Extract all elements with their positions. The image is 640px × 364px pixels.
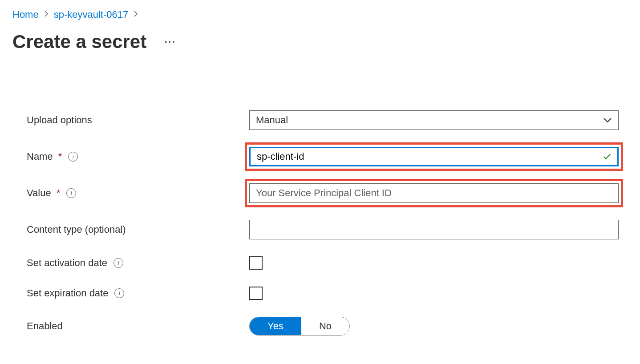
- expiration-date-row: Set expiration date i: [27, 287, 628, 300]
- page-title: Create a secret: [12, 31, 146, 53]
- upload-options-value: Manual: [256, 114, 288, 126]
- chevron-right-icon: [134, 10, 138, 20]
- upload-options-row: Upload options Manual: [27, 110, 628, 130]
- content-type-input[interactable]: [249, 220, 619, 239]
- enabled-no-button[interactable]: No: [301, 317, 349, 335]
- upload-options-select[interactable]: Manual: [249, 110, 619, 130]
- content-type-label: Content type (optional): [27, 224, 249, 235]
- breadcrumb-home-link[interactable]: Home: [12, 9, 39, 20]
- expiration-date-checkbox[interactable]: [249, 287, 263, 300]
- value-input[interactable]: [249, 183, 619, 203]
- activation-date-row: Set activation date i: [27, 256, 628, 270]
- enabled-label: Enabled: [27, 320, 249, 332]
- name-input[interactable]: [249, 147, 619, 166]
- info-icon[interactable]: i: [113, 258, 123, 268]
- enabled-toggle: Yes No: [249, 317, 350, 336]
- upload-options-label: Upload options: [27, 114, 249, 126]
- required-asterisk: *: [58, 151, 62, 162]
- chevron-down-icon: [603, 117, 612, 123]
- content-type-row: Content type (optional): [27, 220, 628, 239]
- value-highlight: [245, 179, 623, 207]
- breadcrumb: Home sp-keyvault-0617: [12, 9, 628, 20]
- name-label: Name * i: [27, 151, 249, 162]
- chevron-right-icon: [44, 10, 49, 20]
- enabled-yes-button[interactable]: Yes: [250, 317, 301, 335]
- name-highlight: [245, 142, 623, 171]
- expiration-date-label: Set expiration date i: [27, 287, 249, 299]
- name-row: Name * i: [27, 147, 628, 166]
- form: Upload options Manual Name * i Value: [12, 110, 628, 336]
- info-icon[interactable]: i: [68, 152, 78, 162]
- value-label: Value * i: [27, 187, 249, 199]
- more-actions-button[interactable]: ···: [164, 36, 176, 48]
- required-asterisk: *: [57, 187, 61, 199]
- enabled-row: Enabled Yes No: [27, 317, 628, 336]
- info-icon[interactable]: i: [66, 188, 76, 198]
- check-icon: [602, 152, 612, 162]
- breadcrumb-keyvault-link[interactable]: sp-keyvault-0617: [54, 9, 129, 20]
- value-row: Value * i: [27, 183, 628, 203]
- info-icon[interactable]: i: [114, 288, 124, 298]
- activation-date-checkbox[interactable]: [249, 256, 263, 270]
- title-row: Create a secret ···: [12, 31, 628, 53]
- activation-date-label: Set activation date i: [27, 257, 249, 269]
